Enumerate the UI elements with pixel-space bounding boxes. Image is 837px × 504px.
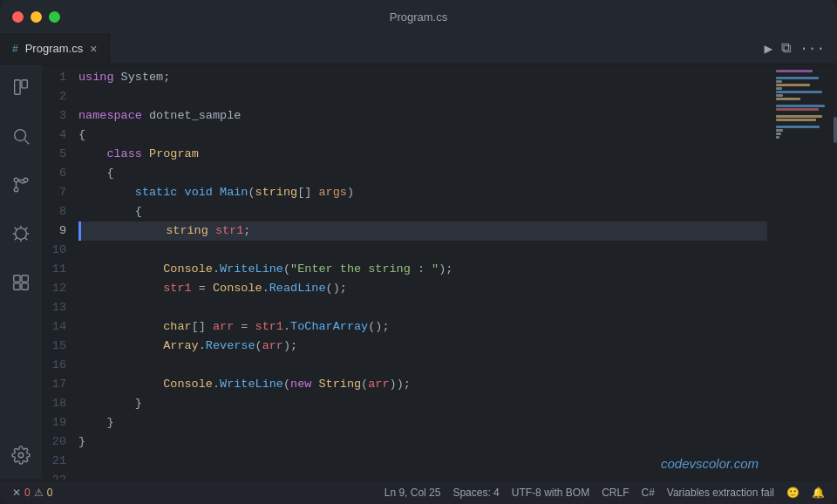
traffic-lights xyxy=(12,11,60,23)
run-button[interactable]: ▶ xyxy=(765,40,773,58)
code-line: char[] arr = str1.ToCharArray(); xyxy=(78,317,767,337)
code-line: string str1; xyxy=(78,221,767,241)
activity-bar-bottom xyxy=(5,439,37,471)
code-line: } xyxy=(78,432,767,452)
status-message[interactable]: Variables extraction fail xyxy=(667,487,774,499)
code-line xyxy=(78,87,767,106)
minimap xyxy=(767,65,837,480)
svg-line-3 xyxy=(24,140,29,144)
svg-line-11 xyxy=(25,238,28,241)
status-bar: ✕ 0 ⚠ 0 Ln 9, Col 25 Spaces: 4 UTF-8 wit… xyxy=(0,480,837,504)
split-editor-button[interactable]: ⧉ xyxy=(781,40,791,57)
svg-point-7 xyxy=(16,228,27,240)
svg-point-16 xyxy=(18,453,24,458)
status-language[interactable]: C# xyxy=(641,487,654,499)
activity-search[interactable] xyxy=(5,120,37,152)
minimize-button[interactable] xyxy=(31,11,42,23)
svg-point-6 xyxy=(24,178,28,182)
svg-rect-12 xyxy=(14,276,20,282)
svg-rect-1 xyxy=(22,80,27,88)
tabbar: # Program.cs × ▶ ⧉ ··· xyxy=(0,33,837,65)
status-line-ending[interactable]: CRLF xyxy=(602,487,629,499)
status-emoji[interactable]: 🙂 xyxy=(786,487,800,499)
code-line: Array.Reverse(arr); xyxy=(78,337,767,356)
code-line xyxy=(78,241,767,260)
code-line: } xyxy=(78,394,767,413)
code-line xyxy=(78,471,767,480)
status-position[interactable]: Ln 9, Col 25 xyxy=(384,487,441,499)
activity-settings[interactable] xyxy=(5,439,37,471)
status-left: ✕ 0 ⚠ 0 xyxy=(12,487,52,499)
line-numbers: 12345678910111213141516171819202122 xyxy=(42,68,78,480)
code-line: { xyxy=(78,202,767,221)
activity-debug[interactable] xyxy=(5,218,37,249)
code-line xyxy=(78,298,767,317)
tab-list: # Program.cs × xyxy=(0,33,110,64)
tab-program-cs[interactable]: # Program.cs × xyxy=(0,33,110,64)
svg-rect-13 xyxy=(22,276,28,282)
code-content[interactable]: using System;namespace dotnet_sample{ cl… xyxy=(78,68,767,480)
code-line: } xyxy=(78,413,767,432)
activity-explorer[interactable] xyxy=(5,72,37,103)
watermark: codevscolor.com xyxy=(661,456,759,471)
warning-icon: ⚠ xyxy=(34,487,44,499)
scrollbar-thumb[interactable] xyxy=(834,117,837,143)
svg-point-2 xyxy=(15,130,26,141)
minimap-content xyxy=(776,65,837,140)
status-right: Ln 9, Col 25 Spaces: 4 UTF-8 with BOM CR… xyxy=(384,487,825,499)
titlebar: Program.cs xyxy=(0,0,837,33)
tab-modified-icon: # xyxy=(12,43,18,55)
tab-actions: ▶ ⧉ ··· xyxy=(765,40,837,58)
svg-rect-15 xyxy=(22,283,28,289)
close-button[interactable] xyxy=(12,11,24,23)
code-line: using System; xyxy=(78,68,767,87)
status-bell[interactable]: 🔔 xyxy=(812,487,825,499)
code-line: { xyxy=(78,164,767,183)
code-line: class Program xyxy=(78,145,767,164)
code-line: { xyxy=(78,126,767,145)
code-line: Console.WriteLine(new String(arr)); xyxy=(78,375,767,394)
svg-rect-14 xyxy=(14,283,20,289)
code-line: static void Main(string[] args) xyxy=(78,183,767,202)
status-spaces[interactable]: Spaces: 4 xyxy=(453,487,499,499)
editor-inner: 12345678910111213141516171819202122 usin… xyxy=(42,65,767,480)
svg-line-8 xyxy=(15,228,17,230)
code-line: str1 = Console.ReadLine(); xyxy=(78,279,767,298)
warning-count: 0 xyxy=(47,487,53,499)
activity-bar xyxy=(0,65,42,480)
code-line xyxy=(78,356,767,375)
svg-rect-0 xyxy=(15,80,20,95)
main-layout: 12345678910111213141516171819202122 usin… xyxy=(0,65,837,480)
maximize-button[interactable] xyxy=(49,11,60,23)
activity-source-control[interactable] xyxy=(5,169,37,201)
svg-point-5 xyxy=(14,187,18,192)
code-line: namespace dotnet_sample xyxy=(78,106,767,126)
editor-area[interactable]: 12345678910111213141516171819202122 usin… xyxy=(42,65,837,480)
error-icon: ✕ xyxy=(12,487,21,499)
error-count: 0 xyxy=(24,487,31,499)
more-actions-button[interactable]: ··· xyxy=(800,41,825,57)
code-line: Console.WriteLine("Enter the string : ")… xyxy=(78,260,767,279)
svg-line-10 xyxy=(15,238,17,241)
status-encoding[interactable]: UTF-8 with BOM xyxy=(512,487,589,499)
tab-close-icon[interactable]: × xyxy=(90,43,97,55)
activity-extensions[interactable] xyxy=(5,267,37,298)
window-title: Program.cs xyxy=(390,10,447,24)
status-errors[interactable]: ✕ 0 ⚠ 0 xyxy=(12,487,52,499)
svg-point-4 xyxy=(14,178,18,182)
scrollbar-track[interactable] xyxy=(832,65,837,480)
tab-label: Program.cs xyxy=(25,42,83,55)
svg-line-9 xyxy=(25,228,28,230)
